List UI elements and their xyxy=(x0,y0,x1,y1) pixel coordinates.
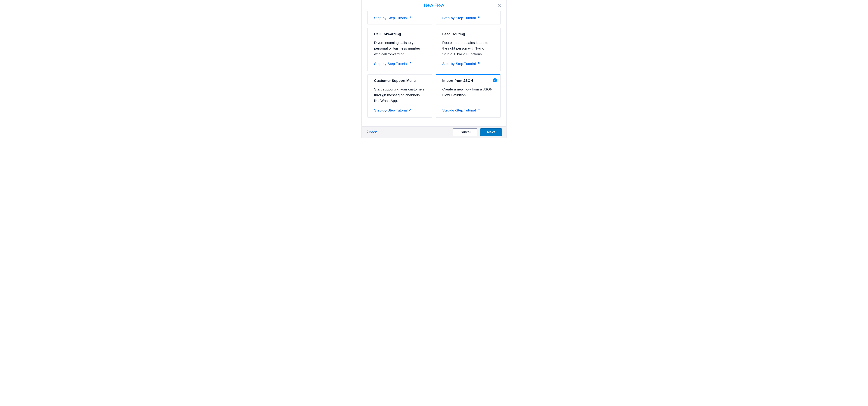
modal-header: New Flow xyxy=(362,0,506,11)
template-card-import-from-json[interactable]: Import from JSONCreate a new flow from a… xyxy=(436,74,500,117)
new-flow-modal: New Flow Step-by-Step TutorialStep-by-St… xyxy=(362,0,506,138)
template-card-description: Route inbound sales leads to the right p… xyxy=(442,40,494,57)
template-card-description: Create a new flow from a JSON Flow Defin… xyxy=(442,87,494,98)
template-card-grid: Step-by-Step TutorialStep-by-Step Tutori… xyxy=(368,11,500,117)
tutorial-link[interactable]: Step-by-Step Tutorial xyxy=(442,16,494,20)
template-card-partial-a[interactable]: Step-by-Step Tutorial xyxy=(368,11,432,24)
tutorial-link[interactable]: Step-by-Step Tutorial xyxy=(374,108,426,112)
external-link-icon xyxy=(409,108,412,112)
back-label: Back xyxy=(369,130,377,134)
next-button[interactable]: Next xyxy=(480,128,502,136)
tutorial-link[interactable]: Step-by-Step Tutorial xyxy=(442,108,494,112)
template-card-description: Start supporting your customers through … xyxy=(374,87,426,104)
tutorial-link[interactable]: Step-by-Step Tutorial xyxy=(442,62,494,66)
template-card-call-forwarding[interactable]: Call ForwardingDivert incoming calls to … xyxy=(368,28,432,71)
template-card-description: Divert incoming calls to your personal o… xyxy=(374,40,426,57)
tutorial-link-label: Step-by-Step Tutorial xyxy=(442,108,476,112)
cancel-button[interactable]: Cancel xyxy=(453,128,477,136)
selected-check-icon xyxy=(493,78,497,82)
modal-footer: Back Cancel Next xyxy=(362,126,506,138)
template-card-partial-b[interactable]: Step-by-Step Tutorial xyxy=(436,11,500,24)
tutorial-link-label: Step-by-Step Tutorial xyxy=(442,62,476,66)
tutorial-link-label: Step-by-Step Tutorial xyxy=(374,16,407,20)
template-card-title: Customer Support Menu xyxy=(374,79,426,83)
template-card-title: Lead Routing xyxy=(442,32,494,36)
tutorial-link[interactable]: Step-by-Step Tutorial xyxy=(374,16,426,20)
tutorial-link-label: Step-by-Step Tutorial xyxy=(374,108,407,112)
modal-title: New Flow xyxy=(424,3,444,8)
chevron-left-icon xyxy=(366,130,368,134)
template-card-lead-routing[interactable]: Lead RoutingRoute inbound sales leads to… xyxy=(436,28,500,71)
template-card-customer-support-menu[interactable]: Customer Support MenuStart supporting yo… xyxy=(368,74,432,117)
close-button[interactable] xyxy=(498,3,502,8)
template-card-title: Call Forwarding xyxy=(374,32,426,36)
tutorial-link-label: Step-by-Step Tutorial xyxy=(442,16,476,20)
tutorial-link[interactable]: Step-by-Step Tutorial xyxy=(374,62,426,66)
close-icon xyxy=(498,4,502,7)
modal-body: Step-by-Step TutorialStep-by-Step Tutori… xyxy=(362,11,506,126)
template-card-title: Import from JSON xyxy=(442,79,494,83)
external-link-icon xyxy=(477,16,480,20)
tutorial-link-label: Step-by-Step Tutorial xyxy=(374,62,407,66)
external-link-icon xyxy=(409,16,412,20)
external-link-icon xyxy=(409,62,412,66)
back-button[interactable]: Back xyxy=(366,129,377,135)
external-link-icon xyxy=(477,108,480,112)
external-link-icon xyxy=(477,62,480,66)
